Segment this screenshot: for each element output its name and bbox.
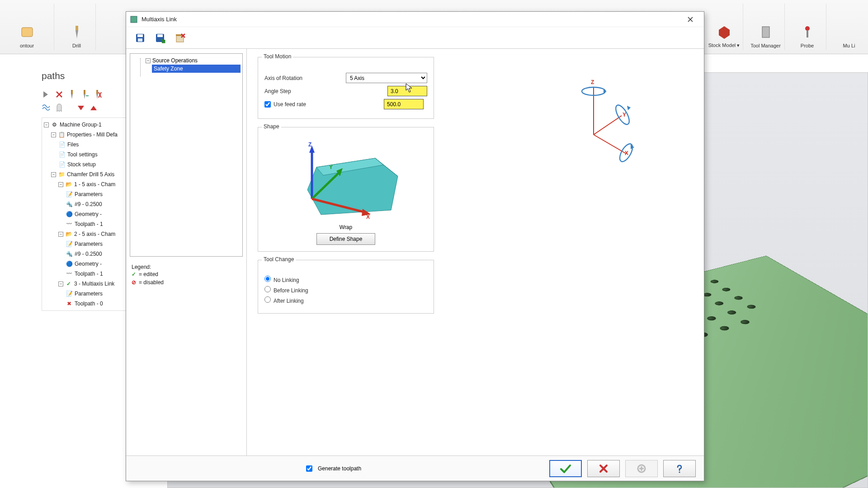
tree-node[interactable]: Toolpath - 0 bbox=[75, 300, 103, 307]
tree-node[interactable]: Geometry - bbox=[75, 261, 102, 267]
toolbar-tool2-icon[interactable] bbox=[80, 89, 90, 101]
svg-rect-4 bbox=[807, 30, 808, 38]
tree-node[interactable]: Machine Group-1 bbox=[60, 122, 102, 128]
expand-icon[interactable]: − bbox=[58, 182, 63, 187]
tree-node[interactable]: 3 - Multiaxis Link bbox=[74, 281, 114, 287]
cancel-button[interactable] bbox=[587, 460, 620, 477]
toolbar-tool1-icon[interactable] bbox=[67, 89, 77, 101]
tree-node[interactable]: Geometry - bbox=[75, 211, 102, 217]
dialog-title: Multiaxis Link bbox=[142, 16, 680, 23]
tree-node[interactable]: Parameters bbox=[75, 291, 103, 297]
check-icon: ✓ bbox=[65, 280, 72, 287]
svg-line-20 bbox=[594, 116, 622, 135]
expand-icon[interactable]: − bbox=[51, 172, 56, 177]
tree-node[interactable]: Chamfer Drill 5 Axis bbox=[67, 171, 114, 178]
expand-icon[interactable]: − bbox=[44, 122, 49, 127]
save-icon[interactable] bbox=[132, 30, 148, 46]
svg-text:X: X bbox=[625, 150, 628, 156]
svg-rect-1 bbox=[75, 26, 78, 30]
feed-rate-checkbox[interactable] bbox=[264, 101, 271, 108]
tree-node[interactable]: Parameters bbox=[75, 191, 103, 197]
ribbon-label[interactable]: Probe bbox=[801, 43, 814, 48]
define-shape-button[interactable]: Define Shape bbox=[316, 233, 375, 245]
tree-node[interactable]: Stock setup bbox=[67, 161, 96, 168]
before-linking-radio[interactable] bbox=[264, 286, 271, 292]
tree-node[interactable]: Parameters bbox=[75, 241, 103, 247]
svg-rect-14 bbox=[157, 34, 163, 37]
nav-source-operations[interactable]: − Source Operations bbox=[144, 56, 241, 65]
param-icon: 📝 bbox=[66, 191, 73, 198]
feed-rate-input[interactable] bbox=[384, 99, 424, 109]
toolbar-wave-icon[interactable] bbox=[42, 103, 52, 114]
tree-node[interactable]: #9 - 0.2500 bbox=[75, 251, 102, 257]
feed-rate-text: Use feed rate bbox=[274, 101, 306, 108]
probe-icon bbox=[799, 24, 816, 40]
toolbar-arrow-icon[interactable] bbox=[42, 89, 52, 101]
help-button[interactable] bbox=[663, 460, 696, 477]
axis-rotation-select[interactable]: 5 Axis bbox=[346, 73, 427, 83]
generate-toolpath-checkbox[interactable] bbox=[306, 465, 312, 472]
disabled-icon: ⊘ bbox=[132, 279, 136, 286]
ribbon-label[interactable]: Mu Li bbox=[843, 43, 855, 48]
toolbar-close-icon[interactable] bbox=[54, 89, 64, 101]
toolbar-down-icon[interactable] bbox=[76, 103, 86, 114]
expand-icon[interactable]: − bbox=[51, 132, 56, 137]
svg-rect-7 bbox=[96, 90, 98, 94]
tree-node[interactable]: Properties - Mill Defa bbox=[67, 131, 118, 138]
op-icon: 📂 bbox=[65, 181, 72, 188]
nav-tree[interactable]: − Source Operations Safety Zone bbox=[130, 53, 243, 257]
titlebar[interactable]: Multiaxis Link bbox=[126, 12, 704, 27]
tree-node[interactable]: Tool settings bbox=[67, 151, 98, 158]
cursor-icon bbox=[406, 83, 414, 93]
dialog-content: Tool Motion Axis of Rotation 5 Axis Angl… bbox=[246, 49, 704, 455]
dialog-nav-panel: − Source Operations Safety Zone Legend: … bbox=[126, 49, 246, 455]
after-linking-radio[interactable] bbox=[264, 296, 271, 303]
shape-name: Wrap bbox=[340, 224, 352, 230]
axis-diagram: Z Y X bbox=[564, 76, 650, 166]
dialog-toolbar bbox=[126, 27, 704, 49]
toolbar-ghost-icon[interactable] bbox=[54, 103, 64, 114]
ok-button[interactable] bbox=[549, 460, 582, 477]
nav-safety-zone[interactable]: Safety Zone bbox=[152, 65, 241, 73]
shape-group: Shape Z bbox=[258, 127, 434, 252]
param-icon: 📝 bbox=[66, 240, 73, 248]
tree-node[interactable]: Toolpath - 1 bbox=[75, 271, 103, 277]
shape-preview: Z Y X bbox=[285, 140, 407, 221]
tree-node[interactable]: 1 - 5 axis - Cham bbox=[74, 181, 115, 188]
svg-text:Z: Z bbox=[308, 141, 311, 148]
no-linking-radio[interactable] bbox=[264, 276, 271, 282]
svg-rect-11 bbox=[137, 34, 143, 37]
ribbon-label[interactable]: Stock Model ▾ bbox=[708, 42, 740, 48]
tool-motion-group: Tool Motion Axis of Rotation 5 Axis Angl… bbox=[258, 57, 434, 119]
svg-line-23 bbox=[594, 135, 626, 154]
tree-node[interactable]: 2 - 5 axis - Cham bbox=[74, 231, 115, 237]
svg-point-3 bbox=[805, 26, 810, 31]
tp-icon: 〰 bbox=[66, 221, 73, 228]
tree-node[interactable]: Toolpath - 1 bbox=[75, 221, 103, 227]
dialog-footer: Generate toolpath bbox=[126, 455, 704, 481]
file-icon: 📄 bbox=[58, 151, 66, 158]
contour-icon bbox=[19, 24, 35, 40]
expand-icon[interactable]: − bbox=[58, 232, 63, 237]
legend-edited: = edited bbox=[139, 271, 158, 277]
group-title: Tool Change bbox=[262, 256, 296, 263]
tree-node[interactable]: #9 - 0.2500 bbox=[75, 201, 102, 207]
group-title: Shape bbox=[262, 123, 281, 130]
tool-manager-icon bbox=[758, 24, 774, 40]
expand-icon[interactable]: − bbox=[146, 58, 151, 63]
delete-icon[interactable] bbox=[172, 30, 188, 46]
toolbar-up-icon[interactable] bbox=[89, 103, 99, 114]
feed-rate-checkbox-label[interactable]: Use feed rate bbox=[264, 101, 306, 108]
save-as-icon[interactable] bbox=[152, 30, 168, 46]
toolbar-tool3-icon[interactable] bbox=[92, 89, 102, 101]
ribbon-label[interactable]: Drill bbox=[72, 43, 81, 48]
svg-text:Y: Y bbox=[623, 112, 626, 118]
angle-step-label: Angle Step bbox=[264, 88, 335, 94]
folder-icon: 📋 bbox=[58, 131, 65, 138]
ribbon-label[interactable]: ontour bbox=[20, 43, 34, 48]
close-button[interactable] bbox=[680, 13, 700, 26]
svg-point-33 bbox=[679, 471, 680, 473]
expand-icon[interactable]: − bbox=[58, 282, 63, 286]
tree-node[interactable]: Files bbox=[67, 141, 79, 148]
ribbon-label[interactable]: Tool Manager bbox=[750, 43, 781, 48]
